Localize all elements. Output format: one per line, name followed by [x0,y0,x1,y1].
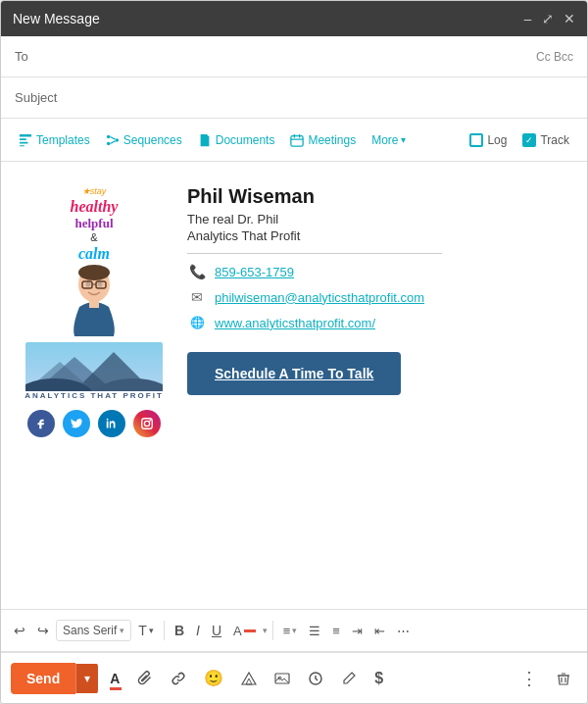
email-signature: ★stay healthy helpful & calm [21,181,567,465]
more-button[interactable]: More ▾ [366,129,411,151]
log-check-icon [469,133,483,147]
indent-button[interactable]: ⇥ [347,620,368,642]
calm-text: calm [33,244,155,263]
pencil-icon [341,671,357,686]
contact-details: 📞 859-653-1759 ✉ philwiseman@analyticsth… [187,262,567,332]
bitmoji-svg [60,263,128,341]
window-controls: ‒ ⤢ ✕ [523,12,575,25]
meetings-button[interactable]: Meetings [284,129,362,151]
title-bar: New Message ‒ ⤢ ✕ [1,1,587,36]
subject-input[interactable] [67,90,573,105]
outdent-button[interactable]: ⇤ [369,620,390,642]
facebook-icon[interactable] [27,410,55,437]
text-color-chevron: ▾ [263,626,268,635]
phone-row: 📞 859-653-1759 [187,262,567,281]
bold-button[interactable]: B [170,619,189,642]
link-button[interactable] [165,667,192,690]
toolbar-sep-1 [164,621,165,640]
documents-icon [198,133,212,147]
svg-rect-2 [20,141,28,143]
font-chevron-icon: ▾ [120,626,124,635]
delete-button[interactable] [550,667,577,690]
trash-icon [556,671,571,686]
redo-button[interactable]: ↪ [32,619,54,642]
subject-row: Subject [1,77,587,119]
attachment-button[interactable] [131,667,159,690]
font-selector[interactable]: Sans Serif ▾ [56,620,131,641]
contact-company: Analytics That Profit [187,228,567,243]
text-color-button[interactable]: A [228,620,261,642]
minimize-button[interactable]: ‒ [523,12,532,25]
svg-rect-22 [89,300,99,308]
track-check-icon [522,133,536,147]
cc-bcc-toggle[interactable]: Cc Bcc [536,50,573,64]
email-compose-window: New Message ‒ ⤢ ✕ To Cc Bcc Subject Temp… [0,0,588,704]
photo-icon [274,671,290,686]
sequences-button[interactable]: Sequences [100,129,188,151]
underline-button[interactable]: U [207,619,226,642]
text-size-button[interactable]: T▾ [133,619,159,642]
more-format-button[interactable]: ⋯ [392,620,415,642]
send-dropdown-button[interactable]: ▾ [75,664,98,693]
svg-rect-11 [291,135,303,146]
undo-button[interactable]: ↩ [9,619,30,642]
text-a-icon: A [110,671,120,686]
send-button[interactable]: Send [11,663,75,694]
track-checkbox[interactable]: Track [516,129,575,151]
log-checkbox[interactable]: Log [464,129,513,151]
email-link[interactable]: philwiseman@analyticsthatprofit.com [215,290,424,305]
more-options-button[interactable]: ⋮ [514,664,544,693]
email-icon: ✉ [187,287,207,307]
dollar-button[interactable]: $ [368,666,389,691]
to-input[interactable] [44,49,536,64]
svg-point-6 [115,138,119,142]
contact-name: Phil Wiseman [187,185,567,208]
stay-healthy-badge: ★stay healthy helpful & calm [30,181,158,336]
schedule-cta-button[interactable]: Schedule A Time To Talk [187,352,401,395]
drive-button[interactable] [235,667,263,690]
toolbar-sep-2 [272,621,273,640]
phone-icon: 📞 [187,262,207,281]
svg-line-7 [110,136,115,139]
font-name: Sans Serif [63,624,117,637]
email-row: ✉ philwiseman@analyticsthatprofit.com [187,287,567,307]
instagram-icon[interactable] [133,410,161,437]
twitter-icon[interactable] [63,410,90,437]
svg-point-18 [98,281,103,286]
format-toolbar: ↩ ↪ Sans Serif ▾ T▾ B I U A ▾ ≡▾ ☰ ≡ ⇥ ⇤… [1,609,587,652]
compose-toolbar: Templates Sequences Documents Meetings M… [1,119,587,162]
photo-button[interactable] [269,667,296,690]
svg-point-16 [78,265,110,280]
website-link[interactable]: www.analyticsthatprofit.com/ [215,316,375,330]
healthy-text: healthy [33,197,155,216]
close-button[interactable]: ✕ [564,12,575,25]
svg-marker-33 [246,679,252,684]
text-color-bottom-button[interactable]: A [104,667,125,690]
helpful-text: helpful [33,216,155,231]
templates-icon [19,133,32,147]
expand-button[interactable]: ⤢ [542,12,554,25]
sequences-icon [106,133,120,147]
analytics-label: ANALYTICS THAT PROFIT [24,391,164,400]
templates-button[interactable]: Templates [13,129,96,151]
dollar-icon: $ [374,670,383,687]
linkedin-icon[interactable] [98,410,125,437]
instagram-logo [140,417,154,430]
unordered-list-button[interactable]: ≡ [327,620,345,642]
linkedin-logo [105,417,119,430]
documents-button[interactable]: Documents [192,129,281,151]
pencil-button[interactable] [335,667,363,690]
signature-top: ★stay healthy helpful & calm [21,181,567,449]
emoji-icon: 🙂 [204,669,223,687]
meetings-icon [290,133,304,147]
phone-link[interactable]: 859-653-1759 [215,265,294,279]
emoji-button[interactable]: 🙂 [198,665,229,691]
scheduling-button[interactable] [302,667,329,690]
facebook-logo [34,417,48,430]
svg-point-17 [86,281,91,286]
ordered-list-button[interactable]: ☰ [304,620,325,642]
email-body[interactable]: ★stay healthy helpful & calm [1,162,587,609]
align-button[interactable]: ≡▾ [278,620,303,642]
italic-button[interactable]: I [191,619,205,642]
drive-icon [241,671,257,686]
